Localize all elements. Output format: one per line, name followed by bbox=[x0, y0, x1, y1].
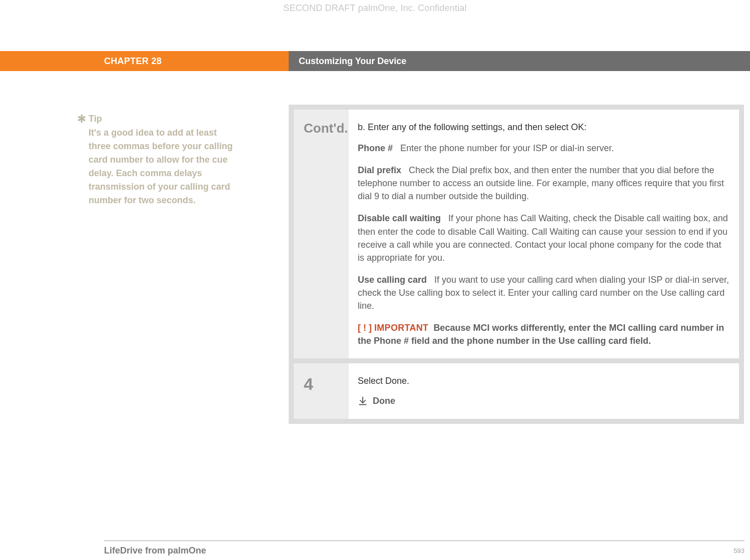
done-indicator: Done bbox=[358, 394, 730, 407]
instruction-panel: Cont'd. b. Enter any of the following se… bbox=[289, 105, 744, 424]
important-label: IMPORTANT bbox=[374, 323, 428, 333]
tip-callout: ✱ Tip It's a good idea to add at least t… bbox=[89, 114, 239, 207]
confidential-watermark: SECOND DRAFT palmOne, Inc. Confidential bbox=[0, 3, 750, 14]
tip-body: It's a good idea to add at least three c… bbox=[89, 126, 239, 207]
asterisk-icon: ✱ bbox=[77, 113, 86, 126]
arrow-down-icon bbox=[358, 396, 368, 406]
step-intro: b. Enter any of the following settings, … bbox=[358, 121, 730, 134]
page: SECOND DRAFT palmOne, Inc. Confidential … bbox=[0, 0, 750, 560]
step-4-text: Select Done. bbox=[358, 374, 730, 387]
setting-use-calling-card: Use calling card If you want to use your… bbox=[358, 273, 730, 312]
step-4: 4 Select Done. Done bbox=[294, 363, 739, 418]
body-dial-prefix: Check the Dial prefix box, and then ente… bbox=[358, 165, 724, 201]
step-continued: Cont'd. b. Enter any of the following se… bbox=[294, 110, 739, 358]
chapter-label: CHAPTER 28 bbox=[0, 51, 289, 71]
page-number: 593 bbox=[733, 547, 744, 554]
term-use-calling-card: Use calling card bbox=[358, 275, 427, 285]
body-phone: Enter the phone number for your ISP or d… bbox=[400, 143, 614, 153]
important-bracket-icon: [ ! ] bbox=[358, 323, 372, 333]
setting-dial-prefix: Dial prefix Check the Dial prefix box, a… bbox=[358, 164, 730, 203]
tip-heading: Tip bbox=[89, 114, 239, 124]
step-continued-label: Cont'd. bbox=[294, 110, 349, 358]
chapter-title: Customizing Your Device bbox=[289, 51, 750, 71]
done-label: Done bbox=[373, 394, 395, 407]
step-4-label: 4 bbox=[294, 363, 349, 418]
header-band: CHAPTER 28 Customizing Your Device bbox=[0, 51, 750, 71]
setting-disable-call-waiting: Disable call waiting If your phone has C… bbox=[358, 212, 730, 264]
footer-rule bbox=[104, 540, 744, 541]
footer: LifeDrive from palmOne 593 bbox=[104, 545, 744, 556]
term-dial-prefix: Dial prefix bbox=[358, 165, 401, 175]
setting-phone: Phone # Enter the phone number for your … bbox=[358, 142, 730, 155]
step-continued-content: b. Enter any of the following settings, … bbox=[349, 110, 739, 358]
term-phone: Phone # bbox=[358, 143, 393, 153]
important-note: [ ! ] IMPORTANT Because MCI works differ… bbox=[358, 321, 730, 347]
term-disable-call-waiting: Disable call waiting bbox=[358, 213, 441, 223]
footer-product: LifeDrive from palmOne bbox=[104, 545, 206, 556]
step-4-content: Select Done. Done bbox=[349, 363, 739, 418]
